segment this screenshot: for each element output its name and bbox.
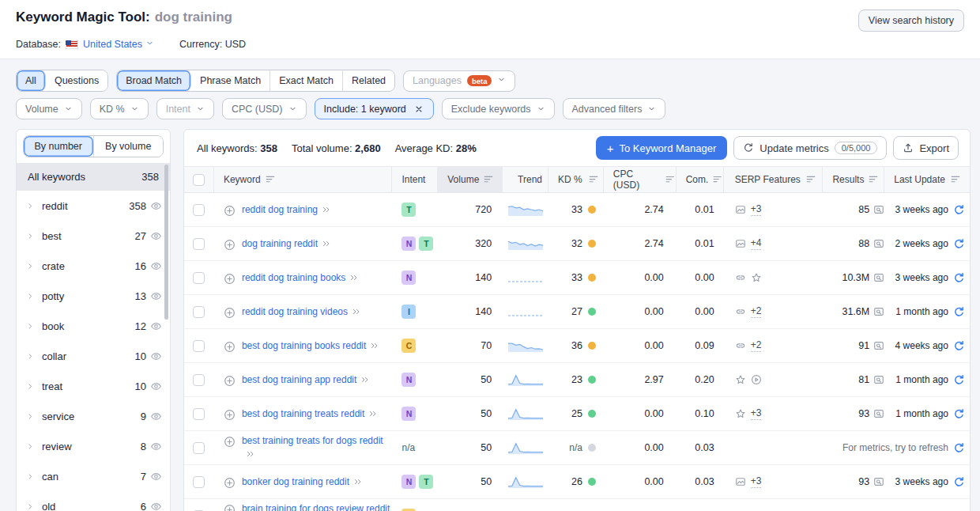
filter-dropdown-cpc-usd[interactable]: CPC (USD) <box>222 98 307 119</box>
chevron-right-icon[interactable] <box>26 202 35 210</box>
serp-view-icon[interactable] <box>873 374 884 385</box>
include-filter-pill[interactable]: Include: 1 keyword <box>315 98 434 119</box>
select-all-checkbox[interactable] <box>193 174 205 186</box>
keyword-link[interactable]: reddit dog training books <box>242 272 345 283</box>
sidebar-scrollbar-thumb[interactable] <box>164 165 168 320</box>
eye-icon[interactable] <box>150 230 162 242</box>
keyword-link[interactable]: brain training for dogs review reddit <box>242 503 390 511</box>
keyword-link[interactable]: best dog training treats reddit <box>242 408 364 419</box>
languages-dropdown[interactable]: Languages beta <box>403 70 515 92</box>
plus-circle-icon[interactable] <box>224 341 236 353</box>
eye-icon[interactable] <box>150 380 162 392</box>
double-chevron-icon[interactable] <box>322 239 331 248</box>
keyword-link[interactable]: reddit dog training videos <box>242 306 348 317</box>
serp-more-count[interactable]: +3 <box>751 475 762 487</box>
row-checkbox[interactable] <box>193 476 205 488</box>
plus-circle-icon[interactable] <box>224 504 236 511</box>
keyword-link[interactable]: reddit dog training <box>242 204 318 215</box>
keyword-group-crate[interactable]: crate 16 <box>17 251 170 281</box>
serp-more-count[interactable]: +3 <box>751 203 762 215</box>
match-tab-broad-match[interactable]: Broad Match <box>117 70 191 91</box>
keyword-group-collar[interactable]: collar 10 <box>17 341 170 371</box>
sort-icon[interactable] <box>950 174 961 185</box>
serp-view-icon[interactable] <box>873 272 884 283</box>
serp-view-icon[interactable] <box>873 306 884 317</box>
view-search-history-button[interactable]: View search history <box>858 9 964 32</box>
eye-icon[interactable] <box>150 471 162 483</box>
keyword-group-best[interactable]: best 27 <box>17 221 170 251</box>
sort-icon[interactable] <box>265 174 276 185</box>
refresh-icon[interactable] <box>953 374 965 386</box>
chevron-right-icon[interactable] <box>26 472 35 481</box>
keyword-link[interactable]: best dog training app reddit <box>242 374 356 385</box>
keyword-group-book[interactable]: book 12 <box>17 311 170 341</box>
row-checkbox[interactable] <box>193 238 205 250</box>
plus-circle-icon[interactable] <box>224 477 236 489</box>
refresh-icon[interactable] <box>953 272 965 284</box>
match-tab-related[interactable]: Related <box>343 70 394 91</box>
double-chevron-icon[interactable] <box>349 273 359 282</box>
chevron-right-icon[interactable] <box>26 322 35 331</box>
row-checkbox[interactable] <box>193 306 205 318</box>
eye-icon[interactable] <box>150 260 162 272</box>
chevron-right-icon[interactable] <box>26 412 35 421</box>
database-selector[interactable]: United States <box>83 39 154 50</box>
chevron-right-icon[interactable] <box>26 442 35 451</box>
sort-icon[interactable] <box>588 174 599 185</box>
eye-icon[interactable] <box>150 200 162 212</box>
serp-view-icon[interactable] <box>873 340 884 351</box>
serp-view-icon[interactable] <box>873 408 884 419</box>
row-checkbox[interactable] <box>193 272 205 284</box>
chevron-right-icon[interactable] <box>26 502 35 511</box>
match-tab-questions[interactable]: Questions <box>46 70 107 91</box>
to-keyword-manager-button[interactable]: +To Keyword Manager <box>596 136 728 160</box>
column-header-kd[interactable]: KD % <box>548 167 604 192</box>
refresh-icon[interactable] <box>953 204 965 216</box>
serp-view-icon[interactable] <box>873 476 884 487</box>
filter-dropdown-exclude-keywords[interactable]: Exclude keywords <box>442 98 555 119</box>
chevron-down-icon[interactable] <box>145 39 154 47</box>
serp-view-icon[interactable] <box>873 204 884 215</box>
match-tab-exact-match[interactable]: Exact Match <box>270 70 343 91</box>
serp-more-count[interactable]: +4 <box>751 237 762 249</box>
column-header-volume[interactable]: Volume <box>438 167 503 192</box>
keyword-group-old[interactable]: old 6 <box>17 491 170 511</box>
all-keywords-row[interactable]: All keywords 358 <box>17 163 170 191</box>
keyword-group-potty[interactable]: potty 13 <box>17 281 170 311</box>
update-metrics-button[interactable]: Update metrics0/5,000 <box>733 136 887 160</box>
column-header-com[interactable]: Com. <box>677 167 724 192</box>
chevron-right-icon[interactable] <box>26 292 35 301</box>
double-chevron-icon[interactable] <box>368 409 378 418</box>
match-tab-phrase-match[interactable]: Phrase Match <box>191 70 270 91</box>
eye-icon[interactable] <box>150 411 162 422</box>
keyword-group-service[interactable]: service 9 <box>17 401 170 431</box>
refresh-icon[interactable] <box>953 442 965 454</box>
filter-dropdown-kd[interactable]: KD % <box>90 98 149 119</box>
refresh-icon[interactable] <box>953 476 965 488</box>
keyword-link[interactable]: best training treats for dogs reddit <box>242 435 383 446</box>
row-checkbox[interactable] <box>193 408 205 420</box>
plus-circle-icon[interactable] <box>224 409 236 421</box>
row-checkbox[interactable] <box>193 204 205 216</box>
eye-icon[interactable] <box>150 501 162 511</box>
sort-icon[interactable] <box>712 174 722 185</box>
refresh-icon[interactable] <box>953 238 965 250</box>
filter-dropdown-advanced-filters[interactable]: Advanced filters <box>563 98 666 119</box>
keyword-group-reddit[interactable]: reddit 358 <box>17 191 170 221</box>
toggle-by-number[interactable]: By number <box>24 136 93 157</box>
column-header-cpc[interactable]: CPC (USD) <box>604 167 677 192</box>
filter-dropdown-volume[interactable]: Volume <box>16 98 82 119</box>
serp-more-count[interactable]: +3 <box>751 407 762 419</box>
double-chevron-icon[interactable] <box>246 449 255 459</box>
column-header-serp[interactable]: SERP Features <box>724 167 824 192</box>
sort-icon[interactable] <box>805 174 816 185</box>
column-header-results[interactable]: Results <box>823 167 884 192</box>
chevron-right-icon[interactable] <box>26 352 35 361</box>
keyword-link[interactable]: dog training reddit <box>242 238 318 249</box>
keyword-link[interactable]: bonker dog training reddit <box>242 476 349 487</box>
double-chevron-icon[interactable] <box>370 341 379 350</box>
chevron-right-icon[interactable] <box>26 382 35 391</box>
refresh-icon[interactable] <box>953 340 965 352</box>
sort-icon[interactable] <box>483 174 494 185</box>
chevron-right-icon[interactable] <box>26 232 35 240</box>
